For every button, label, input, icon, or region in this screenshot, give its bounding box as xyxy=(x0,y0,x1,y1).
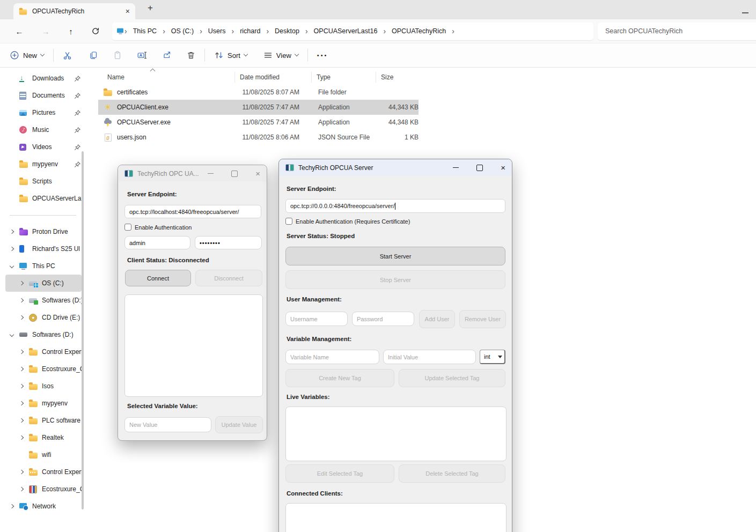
edit-selected-tag-button[interactable]: Edit Selected Tag xyxy=(285,464,394,483)
search-input[interactable] xyxy=(598,27,756,35)
disconnect-button[interactable]: Disconnect xyxy=(195,270,262,286)
chevron-right-icon[interactable] xyxy=(18,402,29,405)
file-row-selected[interactable]: ☀ OPCUAClient.exe 11/08/2025 7:47 AM App… xyxy=(98,100,419,115)
search-box[interactable] xyxy=(598,23,756,40)
sidebar-item-proton-drive[interactable]: Proton Drive xyxy=(5,223,82,240)
explorer-tab[interactable]: OPCUATechyRich × xyxy=(13,3,135,19)
breadcrumb-item[interactable]: Users xyxy=(203,24,231,38)
sidebar-item-scripts[interactable]: Scripts xyxy=(5,173,82,190)
start-server-button[interactable]: Start Server xyxy=(285,247,505,265)
chevron-right-icon[interactable] xyxy=(9,505,19,508)
sidebar-item-phone[interactable]: Richard's S25 Ul xyxy=(5,240,82,257)
delete-selected-tag-button[interactable]: Delete Selected Tag xyxy=(399,464,505,483)
breadcrumb-item[interactable]: OS (C:) xyxy=(166,24,199,38)
new-value-input[interactable] xyxy=(124,417,211,432)
sort-button[interactable]: Sort xyxy=(210,48,252,63)
copy-button[interactable] xyxy=(85,48,102,63)
sidebar-item-softwares-d-tree[interactable]: Softwares (D:) xyxy=(5,326,82,343)
sidebar-item-pictures[interactable]: Pictures xyxy=(5,104,82,121)
forward-icon[interactable]: → xyxy=(41,27,50,36)
chevron-right-icon[interactable] xyxy=(18,367,29,371)
minimize-icon[interactable] xyxy=(208,173,214,174)
sidebar-item-downloads[interactable]: ↓ Downloads xyxy=(5,70,82,87)
sidebar-item-ecostruxure-rar[interactable]: Ecostruxure_C xyxy=(5,481,82,498)
type-dropdown[interactable]: int xyxy=(480,350,505,364)
chevron-down-icon[interactable] xyxy=(9,333,19,336)
sidebar-item-this-pc[interactable]: This PC xyxy=(5,257,82,275)
up-icon[interactable]: ↑ xyxy=(66,27,76,36)
file-row[interactable]: OPCUAServer.exe 11/08/2025 7:47 AM Appli… xyxy=(98,115,419,130)
sidebar-item-videos[interactable]: ▶ Videos xyxy=(5,138,82,156)
sidebar-item-music[interactable]: ♪ Music xyxy=(5,121,82,138)
more-options-button[interactable]: ••• xyxy=(313,49,333,62)
sidebar-item-documents[interactable]: Documents xyxy=(5,87,82,104)
variables-listbox[interactable] xyxy=(124,294,263,397)
sidebar-item-plc-software[interactable]: PLC software xyxy=(5,412,82,429)
create-new-tag-button[interactable]: Create New Tag xyxy=(285,369,394,387)
sidebar-item-os-c[interactable]: OS (C:) xyxy=(5,275,82,292)
close-icon[interactable]: × xyxy=(501,164,505,172)
sidebar-item-ecostruxure[interactable]: Ecostruxure_C xyxy=(5,360,82,378)
rename-button[interactable] xyxy=(133,48,151,63)
client-endpoint-input[interactable] xyxy=(124,205,261,218)
maximize-icon[interactable] xyxy=(231,171,238,177)
sidebar-item-mypyenv[interactable]: mypyenv xyxy=(5,156,82,173)
connected-clients-listbox[interactable] xyxy=(285,503,507,532)
refresh-icon[interactable] xyxy=(91,27,101,35)
remove-user-button[interactable]: Remove User xyxy=(459,310,506,328)
sidebar-item-opcuaserverla[interactable]: OPCUAServerLa xyxy=(5,190,82,207)
close-icon[interactable]: × xyxy=(255,169,260,178)
file-row[interactable]: users.json 11/08/2025 8:06 AM JSON Sourc… xyxy=(98,130,419,145)
sidebar-item-control-expert-zip[interactable]: Control Expert xyxy=(5,463,82,481)
sidebar-item-softwares-d[interactable]: Softwares (D:) xyxy=(5,292,82,309)
sidebar-item-realtek[interactable]: Realtek xyxy=(5,429,82,446)
breadcrumb-item[interactable]: OPCUAServerLast16 xyxy=(309,24,383,38)
maximize-icon[interactable] xyxy=(476,165,483,171)
variable-name-input[interactable] xyxy=(285,350,379,364)
chevron-right-icon[interactable] xyxy=(9,247,19,250)
cut-button[interactable] xyxy=(58,48,76,63)
back-icon[interactable]: ← xyxy=(14,27,24,36)
sidebar-item-network[interactable]: Network xyxy=(5,498,82,515)
minimize-icon[interactable] xyxy=(453,167,459,168)
chevron-right-icon[interactable] xyxy=(18,419,29,422)
chevron-right-icon[interactable] xyxy=(18,470,29,474)
chevron-right-icon[interactable] xyxy=(18,436,29,439)
address-bar[interactable]: › This PC › OS (C:) › Users › richard › … xyxy=(112,23,593,40)
file-row[interactable]: certificates 11/08/2025 8:07 AM File fol… xyxy=(98,85,419,100)
breadcrumb-item[interactable]: Desktop xyxy=(269,24,305,38)
chevron-right-icon[interactable] xyxy=(18,282,29,285)
enable-auth-checkbox[interactable] xyxy=(124,224,131,231)
update-value-button[interactable]: Update Value xyxy=(215,416,263,433)
chevron-right-icon[interactable] xyxy=(9,230,19,233)
chevron-right-icon[interactable] xyxy=(18,350,29,353)
window-minimize-icon[interactable] xyxy=(742,12,748,13)
sidebar-item-control-expert[interactable]: Control Expert xyxy=(5,343,82,360)
sidebar-item-isos[interactable]: Isos xyxy=(5,378,82,395)
breadcrumb-item[interactable]: OPCUATechyRich xyxy=(386,24,451,38)
tab-close-icon[interactable]: × xyxy=(126,7,130,16)
column-header-size[interactable]: Size xyxy=(376,72,419,83)
sidebar-item-wifi[interactable]: wifi xyxy=(5,446,82,463)
column-header-name[interactable]: Name xyxy=(98,73,234,81)
column-header-type[interactable]: Type xyxy=(311,72,376,83)
delete-button[interactable] xyxy=(182,48,200,63)
paste-button[interactable] xyxy=(109,48,126,63)
add-user-button[interactable]: Add User xyxy=(419,310,455,328)
new-button[interactable]: New xyxy=(5,47,48,63)
username-input[interactable] xyxy=(124,236,190,249)
breadcrumb-item[interactable]: richard xyxy=(234,24,266,38)
sidebar-item-cd-drive[interactable]: CD Drive (E:) xyxy=(5,309,82,326)
chevron-right-icon[interactable] xyxy=(18,299,29,302)
chevron-right-icon[interactable] xyxy=(18,487,29,491)
column-header-date-modified[interactable]: Date modified xyxy=(234,72,311,83)
new-tab-button[interactable]: + xyxy=(144,3,157,13)
sidebar-scrollbar[interactable] xyxy=(82,151,84,509)
stop-server-button[interactable]: Stop Server xyxy=(285,270,505,289)
breadcrumb-item[interactable]: This PC xyxy=(128,24,162,38)
chevron-down-icon[interactable] xyxy=(9,264,19,268)
enable-auth-checkbox[interactable] xyxy=(285,218,292,225)
update-selected-tag-button[interactable]: Update Selected Tag xyxy=(399,369,505,387)
connect-button[interactable]: Connect xyxy=(125,270,191,286)
server-endpoint-input[interactable]: opc.tcp://0.0.0.0:4840/freeopcua/server/ xyxy=(285,199,505,213)
